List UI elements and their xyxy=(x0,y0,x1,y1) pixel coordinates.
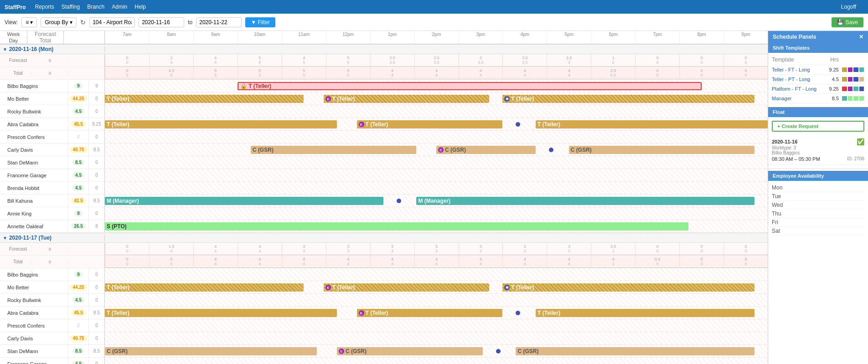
shift-bar[interactable]: T (Teller) xyxy=(105,283,304,292)
template-row[interactable]: Teller - FT - Long 9.25 xyxy=(772,65,864,75)
employee-name[interactable]: Bill Kahuna xyxy=(0,195,68,207)
shift-bar[interactable]: ET (Teller) xyxy=(324,283,490,292)
filter-button[interactable]: ▼ Filter xyxy=(245,17,275,27)
logoff-link[interactable]: Logoff xyxy=(841,4,856,10)
employee-name[interactable]: Annette Oakleaf xyxy=(0,220,68,232)
schedule-cells[interactable] xyxy=(105,294,768,307)
employee-name[interactable]: Stan DeMann xyxy=(0,345,68,357)
schedule-cells[interactable]: T (Teller)ET (Teller)✱T (Teller) xyxy=(105,281,768,294)
shift-bar[interactable]: C (GSR) xyxy=(251,146,417,154)
shift-bar[interactable]: ET (Teller) xyxy=(357,309,503,317)
date-from-input[interactable] xyxy=(139,17,184,27)
week-tab[interactable]: Week xyxy=(0,31,27,37)
schedule-cells[interactable] xyxy=(105,319,768,332)
forecast-cell: 00 xyxy=(723,54,768,66)
schedule-cells[interactable] xyxy=(105,105,768,118)
shift-bar[interactable]: M (Manager) xyxy=(416,197,754,205)
employee-name[interactable]: Prescott Confers xyxy=(0,319,68,332)
employee-name[interactable]: Rocky Bullwink xyxy=(0,294,68,306)
schedule-cells[interactable]: C (GSR)EC (GSR)C (GSR) xyxy=(105,345,768,358)
template-row[interactable]: Manager 8.5 xyxy=(772,94,864,103)
schedule-cells[interactable]: T (Teller)ET (Teller)T (Teller) xyxy=(105,118,768,131)
schedule-cells[interactable] xyxy=(105,207,768,220)
shift-dot[interactable] xyxy=(397,199,401,203)
employee-name[interactable]: Mo Better xyxy=(0,92,68,105)
shift-bar[interactable]: S (PTO) xyxy=(105,222,688,231)
forecast-cell: 44 xyxy=(502,256,547,267)
nav-staffing[interactable]: Staffing xyxy=(62,4,80,10)
employee-name[interactable]: Rocky Bullwink xyxy=(0,105,68,118)
shift-bar[interactable]: T (Teller) xyxy=(105,120,337,128)
shift-dot[interactable] xyxy=(496,349,501,354)
shift-bar[interactable]: ✱T (Teller) xyxy=(502,283,754,292)
nav-reports[interactable]: Reports xyxy=(35,4,54,10)
employee-name[interactable]: Annie King xyxy=(0,207,68,220)
shift-bar[interactable]: T (Teller) xyxy=(105,95,304,103)
shift-bar[interactable]: 🔒 T (Teller) xyxy=(238,82,702,90)
group-by-button[interactable]: Group By ▾ xyxy=(41,17,77,27)
employee-name[interactable]: Bilbo Baggins xyxy=(0,80,68,92)
shift-bar[interactable]: C (GSR) xyxy=(569,146,754,154)
schedule-cells[interactable] xyxy=(105,156,768,169)
nav-admin[interactable]: Admin xyxy=(112,4,127,10)
refresh-button[interactable]: ↻ xyxy=(80,19,86,26)
employee-name[interactable]: Abra Cadabra xyxy=(0,307,68,319)
employee-name[interactable]: Carly Davis xyxy=(0,332,68,344)
view-toggle-button[interactable]: ≡ ▾ xyxy=(21,17,37,27)
schedule-cells[interactable] xyxy=(105,169,768,182)
nav-branch[interactable]: Branch xyxy=(87,4,104,10)
template-row[interactable]: Teller - PT - Long 4.5 xyxy=(772,75,864,84)
schedule-cells[interactable] xyxy=(105,358,768,364)
shift-bar[interactable]: C (GSR) xyxy=(105,347,317,355)
location-input[interactable] xyxy=(89,17,135,27)
shift-bar[interactable]: ET (Teller) xyxy=(357,120,503,128)
day-header-label[interactable]: ▼ 2020-11-17 (Tue) xyxy=(0,235,105,241)
shift-bar[interactable]: EC (GSR) xyxy=(337,347,483,355)
shift-bar[interactable]: C (GSR) xyxy=(516,347,754,355)
employee-name[interactable]: Francene Garage xyxy=(0,358,68,364)
employee-name[interactable]: Stan DeMann xyxy=(0,156,68,169)
employee-forecast-hours: 0 xyxy=(68,131,89,143)
forecast-cell: 3.53.5 xyxy=(414,54,459,66)
employee-name[interactable]: Prescott Confers xyxy=(0,131,68,143)
shift-bar[interactable]: T (Teller) xyxy=(536,309,754,317)
schedule-cells[interactable] xyxy=(105,182,768,195)
template-row[interactable]: Platform - FT - Long 9.25 xyxy=(772,84,864,94)
shift-bar[interactable]: T (Teller) xyxy=(536,120,768,128)
employee-name[interactable]: Abra Cadabra xyxy=(0,118,68,130)
collapse-panel-button[interactable]: ✕ xyxy=(859,34,863,40)
nav-help[interactable]: Help xyxy=(134,4,146,10)
shift-dot[interactable] xyxy=(549,148,553,152)
schedule-cells[interactable]: T (Teller)ET (Teller)✱T (Teller) xyxy=(105,92,768,105)
employee-name[interactable]: Brenda Hobbit xyxy=(0,182,68,194)
shift-bar[interactable]: ET (Teller) xyxy=(324,95,490,103)
shift-dot[interactable] xyxy=(516,311,520,315)
create-request-button[interactable]: + Create Request xyxy=(772,121,864,132)
employee-name[interactable]: Carly Davis xyxy=(0,144,68,156)
forecast-cell: 55 xyxy=(326,67,370,79)
schedule-cells[interactable]: C (GSR)EC (GSR)C (GSR) xyxy=(105,144,768,156)
shift-bar[interactable]: ✱T (Teller) xyxy=(502,95,754,103)
shift-bar[interactable]: T (Teller) xyxy=(105,309,337,317)
shift-dot[interactable] xyxy=(516,122,520,127)
schedule-cells[interactable]: M (Manager)M (Manager) xyxy=(105,195,768,207)
schedule-cells[interactable]: S (PTO) xyxy=(105,220,768,233)
employee-actual-hours: 0 xyxy=(89,92,105,105)
day-header-label[interactable]: ▼ 2020-11-16 (Mon) xyxy=(0,46,105,52)
employee-name[interactable]: Bilbo Baggins xyxy=(0,268,68,281)
schedule-cells[interactable]: T (Teller)ET (Teller)T (Teller) xyxy=(105,307,768,319)
schedule-cells[interactable] xyxy=(105,268,768,281)
day-tab[interactable]: Day xyxy=(0,37,27,44)
save-button[interactable]: 💾 Save xyxy=(832,17,863,27)
shift-templates-content: Template Hrs Teller - FT - Long 9.25 Tel… xyxy=(768,53,868,107)
employee-name[interactable]: Francene Garage xyxy=(0,169,68,181)
shift-bar[interactable]: EC (GSR) xyxy=(436,146,536,154)
schedule-cells[interactable] xyxy=(105,332,768,345)
shift-bar[interactable]: M (Manager) xyxy=(105,197,383,205)
date-to-input[interactable] xyxy=(196,17,242,27)
schedule-grid[interactable]: ▼ 2020-11-16 (Mon) Forecast 0 0024455545… xyxy=(0,44,768,364)
schedule-cells[interactable]: 🔒 T (Teller) xyxy=(105,80,768,92)
schedule-cells[interactable] xyxy=(105,131,768,144)
availability-header: Employee Availability xyxy=(768,171,868,181)
employee-name[interactable]: Mo Better xyxy=(0,281,68,293)
